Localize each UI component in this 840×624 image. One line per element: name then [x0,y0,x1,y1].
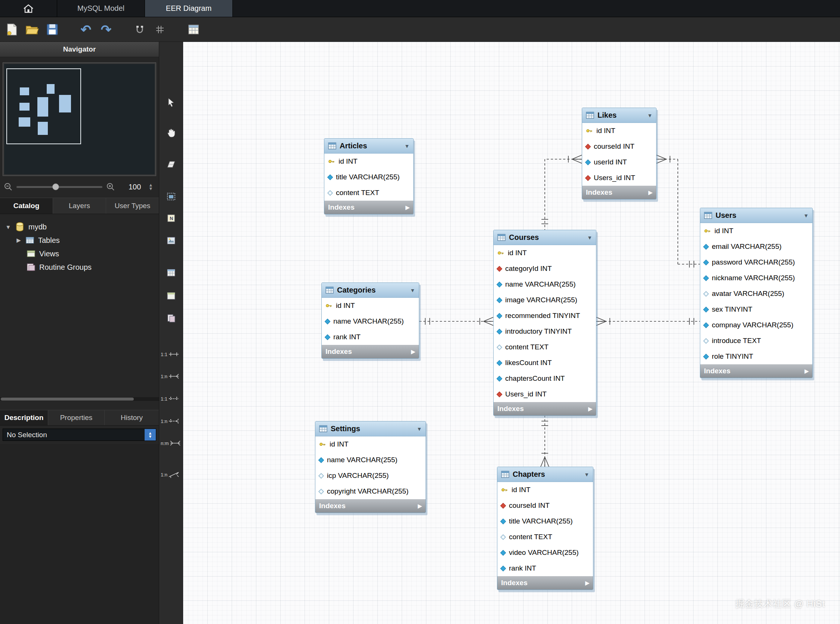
column-icon [703,291,709,297]
foreign-key-icon [497,391,503,397]
toggle-grid-button[interactable] [153,22,167,37]
relation-tool-1-n-identifying[interactable]: 1:n [159,412,183,430]
table-indexes-footer[interactable]: Indexes▶ [582,186,656,199]
eer-diagram-canvas[interactable]: Articles▼id INTtitle VARCHAR(255)content… [183,42,840,624]
toggle-magnet-button[interactable] [132,22,147,37]
tab-eer-diagram[interactable]: EER Diagram [145,0,233,17]
relation-tool-existing-columns[interactable]: 1:n [159,466,183,483]
relation-tool-1-n-nonidentifying[interactable]: 1:n [159,367,183,385]
diagram-table-categories[interactable]: Categories▼id INTname VARCHAR(255)rank I… [321,283,419,359]
table-indexes-footer[interactable]: Indexes▶ [494,402,596,415]
table-header[interactable]: Users▼ [700,208,812,223]
table-indexes-footer[interactable]: Indexes▶ [315,499,426,513]
table-header[interactable]: Articles▼ [324,139,413,154]
expand-arrow-icon[interactable]: ▶ [405,204,409,210]
table-column-row: title VARCHAR(255) [497,513,593,529]
redo-button[interactable]: ↷ [99,22,114,37]
table-indexes-footer[interactable]: Indexes▶ [497,576,593,590]
table-column-row: compnay VARCHAR(255) [700,317,812,333]
home-tab[interactable] [0,0,57,17]
collapse-arrow-icon[interactable]: ▼ [404,143,409,149]
view-tool[interactable] [159,288,183,304]
svg-text:N: N [170,216,173,221]
table-tool[interactable] [159,264,183,281]
tab-description[interactable]: Description [0,410,48,425]
zoom-out-icon[interactable] [4,182,13,191]
selection-dropdown-button[interactable]: ▲▼ [145,429,156,440]
diagram-table-likes[interactable]: Likes▼id INTcourseId INTuserId INTUsers_… [582,108,656,199]
zoom-stepper[interactable]: ▲▼ [148,183,153,191]
table-header[interactable]: Settings▼ [315,422,426,436]
navigator-minimap[interactable] [4,64,155,175]
diagram-table-courses[interactable]: Courses▼id INTcategoryId INTname VARCHAR… [493,230,596,416]
layer-tool[interactable] [159,188,183,205]
tab-layers[interactable]: Layers [53,198,106,214]
zoom-in-icon[interactable] [106,182,115,191]
new-document-button[interactable] [5,22,19,37]
column-text: rank INT [333,333,361,341]
diagram-table-chapters[interactable]: Chapters▼id INTcourseId INTtitle VARCHAR… [497,467,593,590]
table-header[interactable]: Chapters▼ [497,467,593,482]
routine-tool[interactable] [159,310,183,327]
tree-item-routine-groups[interactable]: Routine Groups [0,260,159,274]
expand-arrow-icon[interactable]: ▶ [418,503,422,509]
diagram-table-settings[interactable]: Settings▼id INTname VARCHAR(255)icp VARC… [315,421,426,513]
minimap-table-box [38,122,48,134]
grid-icon [155,25,165,34]
relation-tool-1-1-identifying[interactable]: 1:1 [159,390,183,408]
tab-catalog[interactable]: Catalog [0,198,53,214]
routine-icon [166,314,176,323]
table-column-row: title VARCHAR(255) [324,169,413,185]
note-tool[interactable]: N [159,210,183,226]
table-indexes-footer[interactable]: Indexes▶ [700,364,812,378]
expand-arrow-icon[interactable]: ▶ [411,349,415,355]
expand-arrow-icon[interactable]: ▶ [588,406,592,412]
table-header[interactable]: Likes▼ [582,108,656,123]
tree-item-tables[interactable]: ▶ Tables [0,233,159,247]
eraser-tool[interactable] [159,156,183,173]
navigator-title: Navigator [63,45,96,53]
column-text: content TEXT [336,189,379,197]
relation-tool-n-m[interactable]: n:m [159,434,183,452]
table-header[interactable]: Courses▼ [494,230,596,245]
collapse-arrow-icon[interactable]: ▼ [647,113,652,119]
open-model-button[interactable] [25,22,40,37]
relation-tool-1-1-nonidentifying[interactable]: 1:1 [159,345,183,363]
expand-arrow-icon[interactable]: ▶ [804,368,809,374]
save-model-button[interactable] [45,22,60,37]
sidebar-horizontal-scrollbar[interactable] [0,397,159,401]
pan-tool[interactable] [159,125,183,141]
collapse-arrow-icon[interactable]: ▼ [803,213,809,219]
table-header[interactable]: Categories▼ [322,283,419,298]
table-indexes-footer[interactable]: Indexes▶ [322,345,419,358]
zoom-slider[interactable] [17,186,102,188]
tree-item-views[interactable]: Views [0,247,159,260]
collapse-arrow-icon[interactable]: ▼ [417,426,422,432]
collapse-arrow-icon[interactable]: ▼ [410,287,415,293]
collapse-caret-icon[interactable]: ▼ [5,224,11,230]
collapse-arrow-icon[interactable]: ▼ [584,471,589,477]
select-tool[interactable] [159,94,183,111]
tab-history[interactable]: History [105,410,159,425]
expand-arrow-icon[interactable]: ▶ [585,580,589,586]
diagram-table-articles[interactable]: Articles▼id INTtitle VARCHAR(255)content… [324,138,414,215]
relation-1-1-icon [168,351,179,358]
tab-user-types[interactable]: User Types [106,198,159,214]
table-column-row: categoryId INT [494,261,596,276]
scrollbar-thumb[interactable] [1,398,134,400]
tab-properties[interactable]: Properties [48,410,105,425]
expand-arrow-icon[interactable]: ▶ [648,190,652,195]
tab-mysql-model[interactable]: MySQL Model [57,0,145,17]
selection-dropdown[interactable]: No Selection ▲▼ [3,429,156,441]
image-tool[interactable] [159,232,183,249]
table-indexes-footer[interactable]: Indexes▶ [324,201,413,214]
column-text: rank INT [509,564,536,572]
note-icon: N [167,214,176,223]
diagram-table-users[interactable]: Users▼id INTemail VARCHAR(255)password V… [700,208,813,378]
tree-item-schema[interactable]: ▼ mydb [0,220,159,233]
collapse-arrow-icon[interactable]: ▼ [587,235,592,241]
new-table-button[interactable] [186,22,201,37]
expand-caret-icon[interactable]: ▶ [16,237,22,244]
undo-button[interactable]: ↶ [79,22,93,37]
zoom-slider-handle[interactable] [52,184,59,190]
